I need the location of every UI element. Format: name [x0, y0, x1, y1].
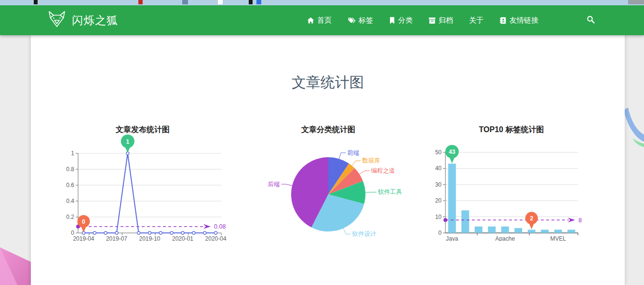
nav-menu: 首页标签分类归档关于友情链接	[307, 16, 538, 25]
min-marker-pin: 2	[525, 212, 538, 229]
bar	[567, 230, 575, 233]
bar	[541, 230, 549, 233]
nav-item-links[interactable]: 友情链接	[499, 16, 538, 25]
svg-text:43: 43	[449, 149, 456, 155]
svg-text:0.8: 0.8	[66, 166, 74, 173]
max-marker-pin: 43	[445, 145, 459, 163]
fox-logo-icon	[47, 11, 67, 30]
bar	[501, 227, 509, 233]
svg-text:前端: 前端	[347, 149, 359, 156]
svg-text:数据库: 数据库	[362, 157, 380, 164]
svg-text:Apache: Apache	[495, 235, 515, 241]
svg-text:2020-04: 2020-04	[205, 235, 227, 241]
tab-favicon-fragment	[34, 0, 38, 4]
min-marker-pin: 0	[77, 215, 90, 232]
bar	[448, 163, 456, 233]
tab-favicon-fragment	[138, 0, 143, 4]
svg-text:编程之道: 编程之道	[371, 167, 395, 174]
address-book-icon	[499, 17, 507, 24]
svg-text:Java: Java	[446, 235, 458, 241]
svg-text:2019-07: 2019-07	[106, 235, 127, 241]
svg-text:0.2: 0.2	[66, 214, 74, 220]
bar	[488, 227, 496, 233]
svg-text:0.08: 0.08	[214, 223, 226, 230]
svg-text:1: 1	[126, 138, 129, 145]
nav-item-label: 分类	[398, 16, 413, 25]
svg-text:文章分类统计图: 文章分类统计图	[301, 125, 355, 134]
tab-favicon-fragment	[256, 0, 261, 4]
search-icon	[587, 15, 595, 25]
publish-line-chart: 文章发布统计图00.20.40.60.812019-042019-072019-…	[60, 121, 243, 243]
svg-text:0: 0	[82, 218, 85, 225]
nav-item-label: 归档	[439, 16, 453, 25]
svg-text:0: 0	[438, 230, 442, 236]
bar	[514, 228, 522, 233]
home-icon	[307, 17, 314, 24]
brand-title: 闪烁之狐	[72, 13, 118, 28]
ribbon-blue-green-right	[624, 106, 644, 147]
browser-tab-strip	[0, 0, 644, 5]
tab-favicon-fragment	[218, 0, 223, 4]
tag-bar-chart: TOP10 标签统计图01020304050JavaApacheMVEL8243	[426, 121, 600, 243]
nav-item-archives[interactable]: 归档	[429, 16, 453, 25]
max-marker-pin: 1	[121, 135, 134, 153]
svg-text:0.6: 0.6	[66, 182, 74, 189]
svg-text:文章发布统计图: 文章发布统计图	[115, 125, 170, 134]
nav-item-categories[interactable]: 分类	[389, 16, 413, 25]
tab-favicon-fragment	[628, 0, 644, 4]
svg-text:软件工具: 软件工具	[378, 189, 402, 195]
nav-item-tags[interactable]: 标签	[348, 16, 373, 25]
bar	[554, 230, 562, 233]
svg-text:40: 40	[435, 165, 442, 172]
nav-item-label: 友情链接	[510, 16, 538, 25]
svg-text:软件设计: 软件设计	[352, 231, 377, 237]
nav-item-label: 标签	[359, 16, 373, 25]
svg-text:0.4: 0.4	[66, 198, 74, 204]
nav-item-home[interactable]: 首页	[307, 16, 332, 25]
svg-text:20: 20	[435, 197, 442, 204]
svg-text:2019-10: 2019-10	[139, 235, 160, 241]
bar	[528, 230, 536, 233]
svg-text:10: 10	[435, 214, 442, 220]
svg-text:8: 8	[578, 217, 582, 224]
bar	[475, 227, 483, 233]
svg-text:1: 1	[71, 150, 74, 157]
tags-icon	[348, 17, 356, 24]
tab-favicon-fragment	[249, 0, 253, 4]
nav-item-label: 关于	[469, 16, 483, 25]
svg-text:TOP10 标签统计图: TOP10 标签统计图	[479, 125, 544, 134]
bar	[461, 210, 469, 233]
nav-item-label: 首页	[317, 16, 332, 25]
page-title: 文章统计图	[31, 73, 625, 93]
tab-favicon-fragment	[182, 0, 188, 4]
search-button[interactable]	[587, 15, 595, 25]
content-card: 文章统计图 文章发布统计图00.20.40.60.812019-042019-0…	[31, 35, 625, 285]
brand-link[interactable]: 闪烁之狐	[47, 11, 118, 30]
category-pie-chart: 文章分类统计图前端数据库编程之道软件工具软件设计后端	[255, 121, 418, 243]
nav-item-about[interactable]: 关于	[469, 16, 483, 25]
bookmark-icon	[389, 17, 395, 24]
svg-text:2019-04: 2019-04	[73, 235, 94, 241]
svg-text:MVEL: MVEL	[550, 235, 566, 241]
archive-icon	[429, 17, 436, 24]
svg-text:50: 50	[435, 149, 442, 156]
svg-text:后端: 后端	[268, 181, 280, 188]
svg-text:30: 30	[435, 181, 442, 188]
svg-text:2: 2	[530, 215, 533, 222]
ribbon-pink-bottom-left	[0, 244, 31, 285]
navbar: 闪烁之狐 首页标签分类归档关于友情链接	[0, 5, 644, 35]
svg-text:2020-01: 2020-01	[172, 235, 193, 241]
